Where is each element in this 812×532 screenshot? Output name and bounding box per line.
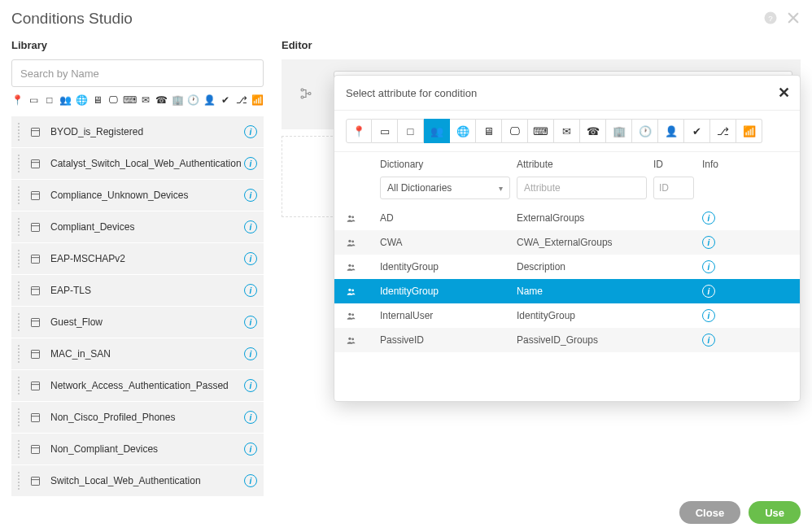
monitor-icon[interactable]: 🖥: [91, 94, 104, 107]
cat-wifi-icon[interactable]: 📶: [736, 119, 762, 143]
library-item[interactable]: Non_Cisco_Profiled_Phones i: [11, 402, 264, 433]
drag-handle-icon[interactable]: [15, 313, 23, 331]
clock-icon[interactable]: 🕐: [187, 94, 200, 107]
drag-handle-icon[interactable]: [15, 408, 23, 426]
cat-phone-icon[interactable]: ☎: [580, 119, 606, 143]
group-icon[interactable]: 👥: [59, 94, 72, 107]
library-item[interactable]: EAP-MSCHAPv2 i: [11, 243, 264, 274]
info-icon[interactable]: i: [244, 347, 257, 360]
help-icon[interactable]: ?: [763, 11, 778, 28]
info-icon[interactable]: i: [244, 125, 257, 138]
attribute-filter-input[interactable]: [517, 177, 647, 199]
popover-close-icon[interactable]: ✕: [778, 84, 790, 102]
hierarchy-icon[interactable]: ⎇: [235, 94, 248, 107]
library-item[interactable]: Guest_Flow i: [11, 307, 264, 338]
drag-handle-icon[interactable]: [15, 377, 23, 395]
drag-handle-icon[interactable]: [15, 345, 23, 363]
cat-square-icon[interactable]: □: [398, 119, 424, 143]
cat-monitor-icon[interactable]: 🖥: [476, 119, 502, 143]
user-icon[interactable]: 👤: [203, 94, 216, 107]
info-icon[interactable]: i: [244, 379, 257, 392]
drag-handle-icon[interactable]: [15, 281, 23, 299]
library-item-label: Compliance_Unknown_Devices: [50, 190, 244, 201]
info-icon[interactable]: i: [244, 220, 257, 233]
square-icon[interactable]: □: [43, 94, 56, 107]
svg-point-34: [351, 264, 354, 267]
cat-clock-icon[interactable]: 🕐: [632, 119, 658, 143]
info-icon[interactable]: i: [244, 284, 257, 297]
group-icon: [346, 262, 380, 273]
drag-handle-icon[interactable]: [15, 186, 23, 204]
library-item[interactable]: Switch_Local_Web_Authentication i: [11, 465, 264, 496]
editor-label: Editor: [282, 39, 801, 51]
info-icon[interactable]: i: [244, 252, 257, 265]
attribute-row[interactable]: IdentityGroup Name i: [334, 279, 800, 303]
drag-handle-icon[interactable]: [15, 472, 23, 490]
globe-icon[interactable]: 🌐: [75, 94, 88, 107]
page-title: Conditions Studio: [11, 10, 133, 28]
cat-card-icon[interactable]: ▭: [372, 119, 398, 143]
use-button[interactable]: Use: [749, 501, 801, 524]
cat-hierarchy-icon[interactable]: ⎇: [710, 119, 736, 143]
card-icon[interactable]: ▭: [28, 94, 41, 107]
drag-handle-icon[interactable]: [15, 155, 23, 172]
drag-handle-icon[interactable]: [15, 440, 23, 458]
library-item[interactable]: Network_Access_Authentication_Passed i: [11, 370, 264, 401]
info-icon[interactable]: i: [702, 309, 715, 322]
info-icon[interactable]: i: [244, 443, 257, 456]
info-icon[interactable]: i: [244, 411, 257, 424]
attribute-row[interactable]: PassiveID PassiveID_Groups i: [334, 328, 800, 352]
info-icon[interactable]: i: [702, 260, 715, 273]
close-window-icon[interactable]: [786, 11, 801, 28]
info-icon[interactable]: i: [244, 474, 257, 487]
attribute-row[interactable]: AD ExternalGroups i: [334, 206, 800, 230]
search-input[interactable]: [11, 59, 264, 87]
info-icon[interactable]: i: [702, 334, 715, 347]
library-item[interactable]: Non_Compliant_Devices i: [11, 434, 264, 464]
attribute-row[interactable]: InternalUser IdentityGroup i: [334, 303, 800, 328]
library-item[interactable]: MAC_in_SAN i: [11, 338, 264, 369]
drag-handle-icon[interactable]: [15, 218, 23, 236]
cat-pin-icon[interactable]: 📍: [346, 119, 372, 143]
pin-icon[interactable]: 📍: [11, 94, 24, 107]
info-icon[interactable]: i: [702, 236, 715, 249]
library-item[interactable]: Compliance_Unknown_Devices i: [11, 180, 264, 211]
condition-icon: [28, 156, 42, 171]
keyboard-icon[interactable]: ⌨: [123, 94, 136, 107]
cat-user-icon[interactable]: 👤: [658, 119, 684, 143]
close-button[interactable]: Close: [679, 501, 740, 524]
cat-display-icon[interactable]: 🖵: [502, 119, 528, 143]
drag-handle-icon[interactable]: [15, 123, 23, 141]
building-icon[interactable]: 🏢: [171, 94, 184, 107]
row-info: i: [702, 334, 743, 347]
attribute-row[interactable]: CWA CWA_ExternalGroups i: [334, 230, 800, 255]
row-attribute: IdentityGroup: [517, 310, 653, 321]
cat-check-icon[interactable]: ✔: [684, 119, 710, 143]
info-icon[interactable]: i: [244, 157, 257, 170]
group-icon: [346, 286, 380, 297]
cat-keyboard-icon[interactable]: ⌨: [528, 119, 554, 143]
mail-icon[interactable]: ✉: [139, 94, 152, 107]
drag-handle-icon[interactable]: [15, 250, 23, 268]
row-info: i: [702, 309, 743, 322]
library-item[interactable]: Catalyst_Switch_Local_Web_Authentication…: [11, 148, 264, 179]
info-icon[interactable]: i: [702, 285, 715, 298]
library-item[interactable]: Compliant_Devices i: [11, 211, 264, 242]
attribute-row[interactable]: IdentityGroup Description i: [334, 255, 800, 279]
library-item-label: Guest_Flow: [50, 316, 244, 328]
cat-group-icon[interactable]: 👥: [424, 119, 450, 143]
wifi-icon[interactable]: 📶: [251, 94, 264, 107]
id-filter-input[interactable]: [653, 177, 694, 199]
cat-globe-icon[interactable]: 🌐: [450, 119, 476, 143]
dictionary-select[interactable]: All Dictionaries ▾: [380, 177, 510, 199]
display-icon[interactable]: 🖵: [107, 94, 120, 107]
library-item[interactable]: BYOD_is_Registered i: [11, 116, 264, 147]
library-item[interactable]: EAP-TLS i: [11, 275, 264, 306]
info-icon[interactable]: i: [244, 316, 257, 329]
phone-icon[interactable]: ☎: [155, 94, 168, 107]
info-icon[interactable]: i: [702, 211, 715, 225]
info-icon[interactable]: i: [244, 189, 257, 202]
cat-mail-icon[interactable]: ✉: [554, 119, 580, 143]
cat-building-icon[interactable]: 🏢: [606, 119, 632, 143]
check-circle-icon[interactable]: ✔: [219, 94, 232, 107]
